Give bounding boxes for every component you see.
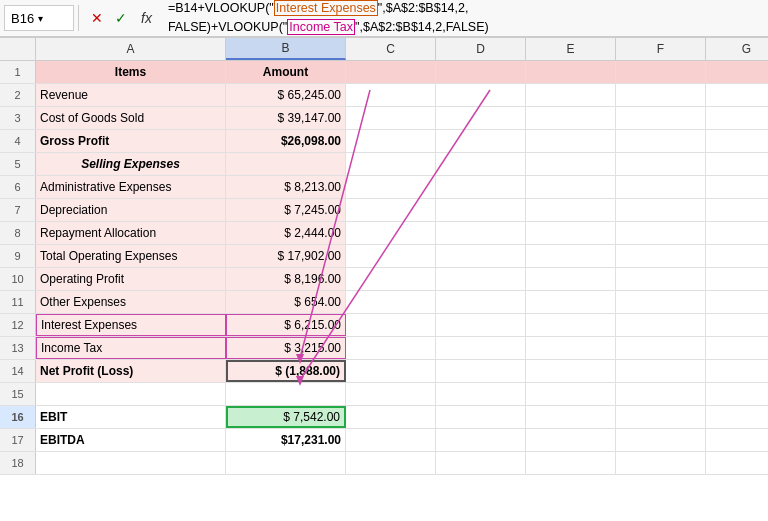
cell-e16[interactable] [526, 406, 616, 428]
cell-e3[interactable] [526, 107, 616, 129]
cell-a5[interactable]: Selling Expenses [36, 153, 226, 175]
cell-a9[interactable]: Total Operating Expenses [36, 245, 226, 267]
cell-b16[interactable]: $ 7,542.00 [226, 406, 346, 428]
cell-c6[interactable] [346, 176, 436, 198]
cell-f14[interactable] [616, 360, 706, 382]
cell-c9[interactable] [346, 245, 436, 267]
cell-b6[interactable]: $ 8,213.00 [226, 176, 346, 198]
cell-e4[interactable] [526, 130, 616, 152]
cell-f15[interactable] [616, 383, 706, 405]
cell-e14[interactable] [526, 360, 616, 382]
cell-d9[interactable] [436, 245, 526, 267]
cell-g4[interactable] [706, 130, 768, 152]
cell-a12[interactable]: Interest Expenses [36, 314, 226, 336]
cell-d10[interactable] [436, 268, 526, 290]
cell-b2[interactable]: $ 65,245.00 [226, 84, 346, 106]
cell-e1[interactable] [526, 61, 616, 83]
cell-c17[interactable] [346, 429, 436, 451]
cell-b8[interactable]: $ 2,444.00 [226, 222, 346, 244]
cell-reference-box[interactable]: B16 ▾ [4, 5, 74, 31]
cell-g15[interactable] [706, 383, 768, 405]
cell-f16[interactable] [616, 406, 706, 428]
cell-c3[interactable] [346, 107, 436, 129]
cell-g14[interactable] [706, 360, 768, 382]
cell-g1[interactable] [706, 61, 768, 83]
cell-c2[interactable] [346, 84, 436, 106]
cell-c1[interactable] [346, 61, 436, 83]
cell-d4[interactable] [436, 130, 526, 152]
cell-a2[interactable]: Revenue [36, 84, 226, 106]
confirm-icon[interactable]: ✓ [111, 8, 131, 28]
cell-a10[interactable]: Operating Profit [36, 268, 226, 290]
cell-f12[interactable] [616, 314, 706, 336]
cell-c16[interactable] [346, 406, 436, 428]
cell-c8[interactable] [346, 222, 436, 244]
cell-d1[interactable] [436, 61, 526, 83]
cell-a6[interactable]: Administrative Expenses [36, 176, 226, 198]
cell-a11[interactable]: Other Expenses [36, 291, 226, 313]
cell-g5[interactable] [706, 153, 768, 175]
cell-c18[interactable] [346, 452, 436, 474]
cell-g7[interactable] [706, 199, 768, 221]
cell-e7[interactable] [526, 199, 616, 221]
cell-e8[interactable] [526, 222, 616, 244]
cell-b10[interactable]: $ 8,196.00 [226, 268, 346, 290]
cell-f4[interactable] [616, 130, 706, 152]
cell-d6[interactable] [436, 176, 526, 198]
cell-b11[interactable]: $ 654.00 [226, 291, 346, 313]
cell-a13[interactable]: Income Tax [36, 337, 226, 359]
cell-d12[interactable] [436, 314, 526, 336]
cell-e10[interactable] [526, 268, 616, 290]
cell-b5[interactable] [226, 153, 346, 175]
cell-g2[interactable] [706, 84, 768, 106]
cell-g17[interactable] [706, 429, 768, 451]
cell-b12[interactable]: $ 6,215.00 [226, 314, 346, 336]
cell-c15[interactable] [346, 383, 436, 405]
cell-g8[interactable] [706, 222, 768, 244]
col-header-a[interactable]: A [36, 38, 226, 60]
cell-e11[interactable] [526, 291, 616, 313]
cell-b15[interactable] [226, 383, 346, 405]
cell-b7[interactable]: $ 7,245.00 [226, 199, 346, 221]
cell-f9[interactable] [616, 245, 706, 267]
cell-g6[interactable] [706, 176, 768, 198]
cell-g3[interactable] [706, 107, 768, 129]
cell-c14[interactable] [346, 360, 436, 382]
cell-e5[interactable] [526, 153, 616, 175]
cell-f2[interactable] [616, 84, 706, 106]
cell-a3[interactable]: Cost of Goods Sold [36, 107, 226, 129]
cell-f11[interactable] [616, 291, 706, 313]
cell-d16[interactable] [436, 406, 526, 428]
cell-b9[interactable]: $ 17,902.00 [226, 245, 346, 267]
cell-f10[interactable] [616, 268, 706, 290]
cell-a4[interactable]: Gross Profit [36, 130, 226, 152]
cell-d2[interactable] [436, 84, 526, 106]
cell-a17[interactable]: EBITDA [36, 429, 226, 451]
cell-e12[interactable] [526, 314, 616, 336]
cell-d15[interactable] [436, 383, 526, 405]
cell-c10[interactable] [346, 268, 436, 290]
cell-c13[interactable] [346, 337, 436, 359]
cell-a15[interactable] [36, 383, 226, 405]
cell-e9[interactable] [526, 245, 616, 267]
cell-e17[interactable] [526, 429, 616, 451]
cell-b3[interactable]: $ 39,147.00 [226, 107, 346, 129]
col-header-f[interactable]: F [616, 38, 706, 60]
cell-b18[interactable] [226, 452, 346, 474]
col-header-e[interactable]: E [526, 38, 616, 60]
cell-a16[interactable]: EBIT [36, 406, 226, 428]
cell-g16[interactable] [706, 406, 768, 428]
cell-f5[interactable] [616, 153, 706, 175]
cell-d11[interactable] [436, 291, 526, 313]
cell-f18[interactable] [616, 452, 706, 474]
cell-c11[interactable] [346, 291, 436, 313]
col-header-d[interactable]: D [436, 38, 526, 60]
col-header-c[interactable]: C [346, 38, 436, 60]
cell-d17[interactable] [436, 429, 526, 451]
cell-f13[interactable] [616, 337, 706, 359]
col-header-b[interactable]: B [226, 38, 346, 60]
cancel-icon[interactable]: ✕ [87, 8, 107, 28]
cell-c7[interactable] [346, 199, 436, 221]
cell-e15[interactable] [526, 383, 616, 405]
cell-a14[interactable]: Net Profit (Loss) [36, 360, 226, 382]
